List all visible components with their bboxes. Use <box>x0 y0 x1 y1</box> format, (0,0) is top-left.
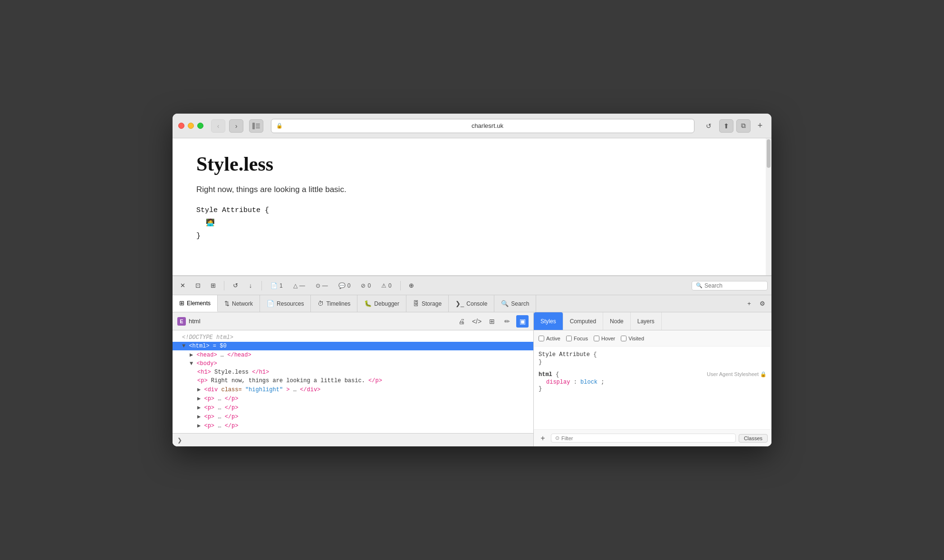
add-tab-button[interactable]: + <box>754 119 766 133</box>
expand-arrow-body[interactable]: ▼ <box>190 360 196 367</box>
filter-input[interactable] <box>561 435 732 441</box>
sidebar-toggle-button[interactable] <box>249 119 263 133</box>
traffic-lights <box>178 123 203 129</box>
code-line-1: Style Attribute { <box>196 204 748 217</box>
close-button[interactable] <box>178 123 184 129</box>
expand-arrow-p2[interactable]: ▶ <box>197 396 204 402</box>
tab-elements-label: Elements <box>187 300 211 307</box>
dom-toolbar-icons: 🖨 </> ⊞ ✏ ▣ <box>455 315 529 328</box>
pseudo-focus-checkbox[interactable] <box>566 336 572 341</box>
tab-storage[interactable]: 🗄 Storage <box>406 295 449 312</box>
dom-head-line[interactable]: ▶ <head> … </head> <box>173 350 533 359</box>
console-prompt-icon[interactable]: ❯ <box>177 437 182 444</box>
tab-network[interactable]: ⇅ Network <box>218 295 260 312</box>
expand-arrow-p3[interactable]: ▶ <box>197 405 204 411</box>
share-button[interactable]: ⬆ <box>719 119 733 133</box>
tab-computed[interactable]: Computed <box>563 312 603 330</box>
pseudo-visited[interactable]: Visited <box>621 336 644 341</box>
msg-badge: 💬 0 <box>335 281 355 290</box>
scrollbar-track[interactable] <box>766 138 771 275</box>
devtools-layout1-button[interactable]: ⊡ <box>192 280 204 292</box>
elements-icon: ⊞ <box>179 299 184 307</box>
sidebar-icon <box>252 123 260 129</box>
expand-arrow-p5[interactable]: ▶ <box>197 423 204 429</box>
expand-arrow-head[interactable]: ▶ <box>190 352 196 358</box>
add-panel-button[interactable]: + <box>743 298 755 310</box>
print-icon[interactable]: 🖨 <box>455 315 468 328</box>
filter-box[interactable]: ⊙ <box>551 434 736 443</box>
minimize-button[interactable] <box>188 123 194 129</box>
pseudo-hover[interactable]: Hover <box>594 336 615 341</box>
devtools-search-input[interactable] <box>704 282 763 289</box>
expand-arrow-p4[interactable]: ▶ <box>197 414 204 420</box>
dom-p-line[interactable]: <p> Right now, things are looking a litt… <box>173 377 533 385</box>
network-icon: ⇅ <box>224 300 230 307</box>
edit-icon[interactable]: ✏ <box>501 315 513 328</box>
pseudo-hover-checkbox[interactable] <box>594 336 599 341</box>
console-icon: ❯_ <box>455 300 464 307</box>
classes-button[interactable]: Classes <box>739 434 768 443</box>
devtools-download-button[interactable]: ↓ <box>244 280 257 292</box>
lock-icon: 🔒 <box>276 123 283 129</box>
tab-elements[interactable]: ⊞ Elements <box>173 295 218 312</box>
devtools-reload-button[interactable]: ↺ <box>229 280 241 292</box>
tab-console[interactable]: ❯_ Console <box>449 295 494 312</box>
dom-div-line[interactable]: ▶ <div class= "highlight" > … </div> <box>173 385 533 394</box>
style-selector-html: User Agent Stylesheet 🔒 html { <box>539 371 767 378</box>
error-badge: ⊙ — <box>312 281 332 290</box>
dom-p3-line[interactable]: ▶ <p> … </p> <box>173 403 533 412</box>
settings-button[interactable]: ⚙ <box>756 298 769 310</box>
dom-h1-line[interactable]: <h1> Style.less </h1> <box>173 368 533 377</box>
expand-arrow-div[interactable]: ▶ <box>197 386 204 393</box>
pseudo-active[interactable]: Active <box>539 336 560 341</box>
layout-icon-active[interactable]: ▣ <box>516 315 529 328</box>
maximize-button[interactable] <box>197 123 203 129</box>
tab-timelines[interactable]: ⏱ Timelines <box>311 295 357 312</box>
grid-icon[interactable]: ⊞ <box>486 315 498 328</box>
back-button[interactable]: ‹ <box>211 119 225 133</box>
style-property-display: display : block ; <box>539 379 767 386</box>
pseudo-visited-checkbox[interactable] <box>621 336 626 341</box>
dom-console-bar: ❯ <box>173 433 533 446</box>
browser-window: ‹ › 🔒 charlesrt.uk ↺ ⬆ ⧉ + Style.less Ri… <box>173 114 771 446</box>
dom-p2-line[interactable]: ▶ <p> … </p> <box>173 394 533 403</box>
tab-timelines-label: Timelines <box>326 300 350 307</box>
dom-html-line[interactable]: ▼ <html> = $0 <box>173 342 533 350</box>
tab-manager-button[interactable]: ⧉ <box>736 119 751 133</box>
styles-content: Style Attribute { } User Agent Styleshee… <box>534 347 771 429</box>
svg-rect-3 <box>256 127 260 128</box>
code-icon[interactable]: </> <box>471 315 483 328</box>
url-text: charlesrt.uk <box>286 122 689 129</box>
rule-source-label: User Agent Stylesheet 🔒 <box>707 371 767 377</box>
dom-p4-line[interactable]: ▶ <p> … </p> <box>173 412 533 421</box>
dom-body-line[interactable]: ▼ <body> <box>173 359 533 368</box>
pseudo-active-checkbox[interactable] <box>539 336 544 341</box>
tab-node[interactable]: Node <box>603 312 631 330</box>
devtools-toolbar: ✕ ⊡ ⊞ ↺ ↓ 📄 1 △ — ⊙ — 💬 0 ⊘ 0 ⚠ 0 ⊕ 🔍 <box>173 276 771 295</box>
style-rule-html: User Agent Stylesheet 🔒 html { display :… <box>539 371 767 392</box>
dom-panel-toolbar: E html 🖨 </> ⊞ ✏ ▣ <box>173 312 533 330</box>
styles-footer: + ⊙ Classes <box>534 429 771 446</box>
devtools-close-button[interactable]: ✕ <box>176 280 189 292</box>
scrollbar-thumb[interactable] <box>767 139 771 168</box>
tab-search[interactable]: 🔍 Search <box>494 295 536 312</box>
styles-tabs: Styles Computed Node Layers <box>534 312 771 330</box>
dom-p5-line[interactable]: ▶ <p> … </p> <box>173 421 533 430</box>
pseudo-states-bar: Active Focus Hover Visited <box>534 330 771 347</box>
devtools-tabs-right: + ⚙ <box>743 295 771 312</box>
devtools-layout2-button[interactable]: ⊞ <box>207 280 219 292</box>
add-rule-button[interactable]: + <box>538 433 548 444</box>
expand-arrow-html[interactable]: ▼ <box>182 343 189 349</box>
forward-button[interactable]: › <box>229 119 243 133</box>
tab-styles[interactable]: Styles <box>534 312 563 330</box>
error2-badge: ⊘ 0 <box>357 281 375 290</box>
refresh-button[interactable]: ↺ <box>702 119 715 133</box>
toolbar-separator-1 <box>224 281 224 290</box>
address-bar[interactable]: 🔒 charlesrt.uk <box>271 119 694 133</box>
tab-debugger[interactable]: 🐛 Debugger <box>357 295 406 312</box>
tab-layers[interactable]: Layers <box>631 312 662 330</box>
tab-resources[interactable]: 📄 Resources <box>260 295 311 312</box>
devtools-search-box[interactable]: 🔍 <box>692 281 768 290</box>
pseudo-focus[interactable]: Focus <box>566 336 588 341</box>
devtools-target-button[interactable]: ⊕ <box>405 280 418 292</box>
